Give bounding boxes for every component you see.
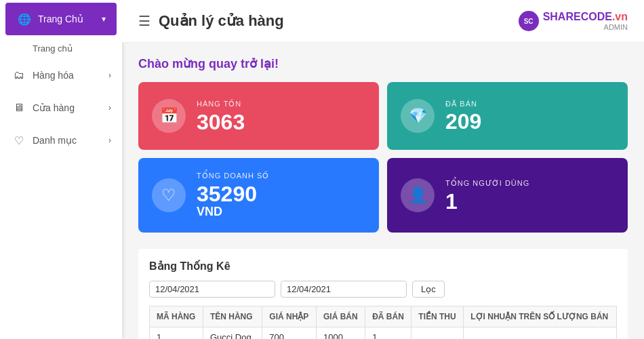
stat-info-tong-doanh-so: TỔNG DOANH SỐ 35290 VND	[197, 172, 269, 219]
content-area: Chào mừng quay trở lại! 📅 HÀNG TỒN 3063 …	[122, 43, 644, 339]
col-ten-hang: TÊN HÀNG	[203, 306, 262, 327]
cell-ten-hang: Gucci Dog	[203, 327, 262, 340]
table-row: 1 Gucci Dog 700 1000 1	[150, 327, 617, 340]
diamond-icon: 💎	[401, 99, 435, 133]
chevron-right-icon: ›	[108, 103, 111, 113]
admin-label: ADMIN	[543, 23, 628, 31]
stat-info-hang-ton: HÀNG TỒN 3063	[197, 100, 245, 133]
stat-label-tong-doanh-so: TỔNG DOANH SỐ	[197, 172, 269, 180]
stat-card-da-ban: 💎 ĐÃ BÁN 209	[387, 82, 628, 150]
cell-gia-nhap: 700	[262, 327, 317, 340]
sidebar-item-danh-muc[interactable]: ♡ Danh mục ›	[0, 124, 122, 157]
sidebar-item-label: Danh mục	[33, 135, 77, 146]
cell-da-ban: 1	[365, 327, 411, 340]
monitor-icon: 🖥	[11, 100, 27, 116]
logo: SC SHARECODE.vn ADMIN	[519, 11, 628, 31]
stat-value-tong-doanh-so: 35290	[197, 183, 269, 205]
sidebar-item-trang-chu[interactable]: 🌐 Trang Chủ ▾	[5, 3, 117, 35]
filter-button[interactable]: Lọc	[412, 281, 445, 298]
header: ☰ Quản lý cửa hàng SC SHARECODE.vn ADMIN	[122, 0, 644, 43]
stat-label-tong-nguoi-dung: TỔNG NGƯỜI DÙNG	[445, 179, 529, 188]
main-content: ☰ Quản lý cửa hàng SC SHARECODE.vn ADMIN…	[122, 0, 644, 339]
filter-row: Lọc	[149, 281, 617, 298]
stat-card-hang-ton: 📅 HÀNG TỒN 3063	[138, 82, 379, 150]
chevron-right-icon: ›	[108, 136, 111, 145]
hamburger-icon[interactable]: ☰	[138, 14, 150, 28]
stat-sub-tong-doanh-so: VND	[197, 205, 269, 219]
col-ma-hang: MÃ HÀNG	[150, 306, 203, 327]
sidebar-subitem-trang-chu[interactable]: Trang chủ	[0, 38, 122, 59]
logo-text-area: SHARECODE.vn ADMIN	[543, 11, 628, 31]
stat-value-da-ban: 209	[445, 111, 481, 132]
stat-info-da-ban: ĐÃ BÁN 209	[445, 100, 481, 132]
table-section: Bảng Thống Kê Lọc MÃ HÀNG TÊN HÀNG GIÁ N…	[138, 249, 628, 339]
sidebar-item-label: Hàng hóa	[33, 70, 74, 81]
date-to-input[interactable]	[281, 281, 407, 298]
stat-label-hang-ton: HÀNG TỒN	[197, 100, 245, 108]
logo-icon: SC	[519, 11, 539, 31]
table-title: Bảng Thống Kê	[149, 260, 617, 273]
chevron-down-icon: ▾	[102, 14, 106, 24]
cell-gia-ban: 1000	[316, 327, 365, 340]
sidebar-item-cua-hang[interactable]: 🖥 Cửa hàng ›	[0, 92, 122, 124]
stats-grid: 📅 HÀNG TỒN 3063 💎 ĐÃ BÁN 209 ♡ TỔNG DOAN…	[138, 82, 628, 233]
col-tien-thu: TIỀN THU	[411, 306, 464, 327]
heart-outline-icon: ♡	[152, 178, 186, 212]
logo-text: SHARECODE.vn	[543, 11, 628, 22]
cell-loi-nhuan	[464, 327, 617, 340]
sidebar-item-label: Trang Chủ	[38, 14, 83, 24]
header-right: SC SHARECODE.vn ADMIN	[519, 11, 628, 31]
header-left: ☰ Quản lý cửa hàng	[138, 12, 284, 30]
user-icon: 👤	[401, 178, 435, 212]
col-da-ban: ĐÃ BÁN	[365, 306, 411, 327]
welcome-message: Chào mừng quay trở lại!	[138, 56, 628, 71]
calendar-icon: 📅	[152, 99, 186, 133]
stats-table: MÃ HÀNG TÊN HÀNG GIÁ NHẬP GIÁ BÁN ĐÃ BÁN…	[149, 306, 617, 339]
cell-tien-thu	[411, 327, 464, 340]
stat-info-tong-nguoi-dung: TỔNG NGƯỜI DÙNG 1	[445, 179, 529, 212]
globe-icon: 🌐	[16, 11, 33, 27]
date-from-input[interactable]	[149, 281, 275, 298]
sidebar: 🌐 Trang Chủ ▾ Trang chủ 🗂 Hàng hóa › 🖥 C…	[0, 0, 122, 339]
stat-value-tong-nguoi-dung: 1	[445, 191, 529, 212]
col-loi-nhuan: LỢI NHUẬN TRÊN SỐ LƯỢNG BÁN	[464, 306, 617, 327]
stat-label-da-ban: ĐÃ BÁN	[445, 100, 481, 108]
table-header-row: MÃ HÀNG TÊN HÀNG GIÁ NHẬP GIÁ BÁN ĐÃ BÁN…	[150, 306, 617, 327]
heart-icon: ♡	[11, 132, 27, 148]
grid-icon: 🗂	[11, 67, 27, 83]
page-title: Quản lý cửa hàng	[159, 12, 284, 30]
col-gia-ban: GIÁ BÁN	[316, 306, 365, 327]
stat-value-hang-ton: 3063	[197, 111, 245, 133]
stat-card-tong-nguoi-dung: 👤 TỔNG NGƯỜI DÙNG 1	[387, 158, 628, 233]
stat-card-tong-doanh-so: ♡ TỔNG DOANH SỐ 35290 VND	[138, 158, 379, 233]
col-gia-nhap: GIÁ NHẬP	[262, 306, 317, 327]
cell-ma-hang: 1	[150, 327, 203, 340]
sidebar-item-hang-hoa[interactable]: 🗂 Hàng hóa ›	[0, 59, 122, 92]
sidebar-item-label: Cửa hàng	[33, 102, 75, 113]
chevron-right-icon: ›	[108, 71, 111, 80]
